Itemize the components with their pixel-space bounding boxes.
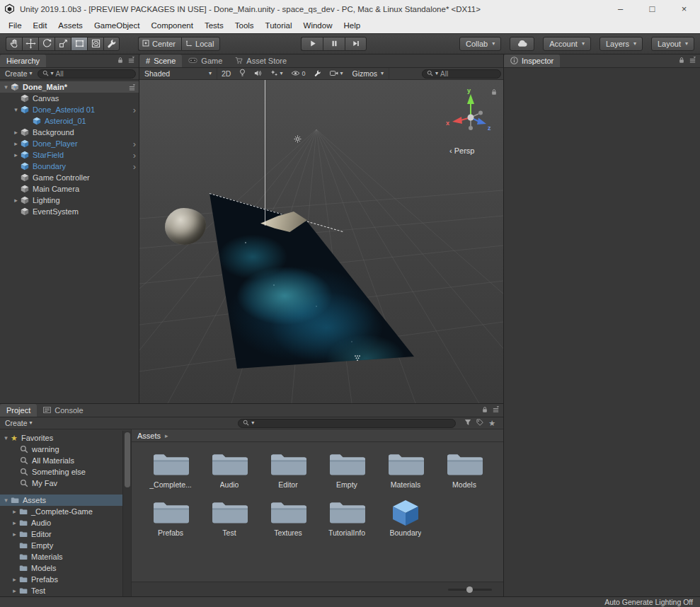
asset-prefab[interactable]: Boundary <box>381 499 430 537</box>
menu-tutorial[interactable]: Tutorial <box>260 18 298 33</box>
prefab-open-chevron[interactable]: › <box>133 105 136 115</box>
hierarchy-item-eventsystem[interactable]: EventSystem <box>0 206 139 217</box>
favorites-root[interactable]: ▾ ★ Favorites <box>0 432 131 444</box>
effects-dropdown[interactable]: ▾ <box>266 68 287 79</box>
hierarchy-item-boundary[interactable]: Boundary › <box>0 161 139 172</box>
pause-button[interactable] <box>323 37 345 51</box>
scene-visibility-toggle[interactable]: 0 <box>287 68 309 79</box>
slider-thumb[interactable] <box>466 586 473 593</box>
asset-folder[interactable]: Test <box>205 499 254 537</box>
tab-inspector[interactable]: Inspector <box>504 54 560 67</box>
expander-expanded-icon[interactable]: ▾ <box>1 495 11 506</box>
scene-lighting-toggle[interactable] <box>235 68 250 79</box>
expander-expanded-icon[interactable]: ▾ <box>11 104 21 115</box>
menu-component[interactable]: Component <box>145 18 198 33</box>
expander-expanded-icon[interactable]: ▾ <box>1 81 11 93</box>
menu-tools[interactable]: Tools <box>229 18 260 33</box>
lock-icon[interactable] <box>678 57 685 65</box>
rect-tool-button[interactable] <box>71 37 87 51</box>
pivot-toggle-button[interactable]: Center <box>138 37 181 51</box>
x-axis-cone[interactable] <box>452 117 462 124</box>
move-tool-button[interactable] <box>22 37 38 51</box>
scene-search-input[interactable]: ▾ All <box>422 69 501 79</box>
hierarchy-item-canvas[interactable]: Canvas <box>0 93 139 104</box>
tree-folder[interactable]: ▸ Editor <box>0 528 131 540</box>
pane-menu-icon[interactable] <box>127 56 135 65</box>
layers-dropdown[interactable]: Layers ▾ <box>599 37 643 51</box>
asset-folder[interactable]: Prefabs <box>146 499 195 537</box>
expander-collapsed-icon[interactable]: ▸ <box>10 506 19 517</box>
tab-scene[interactable]: # Scene <box>139 54 182 67</box>
save-search-star-icon[interactable]: ★ <box>488 420 495 427</box>
favorite-search-item[interactable]: My Fav <box>0 478 131 489</box>
tree-folder[interactable]: Materials <box>0 551 131 562</box>
scene-audio-toggle[interactable] <box>250 68 266 79</box>
rotation-toggle-button[interactable]: Local <box>181 37 220 51</box>
lock-icon[interactable] <box>481 406 488 415</box>
asset-folder[interactable]: Audio <box>205 451 254 489</box>
layout-dropdown[interactable]: Layout ▾ <box>651 37 694 51</box>
tab-asset-store[interactable]: Asset Store <box>229 54 293 67</box>
menu-file[interactable]: File <box>3 18 28 33</box>
tab-project[interactable]: Project <box>0 404 37 417</box>
gizmos-dropdown[interactable]: Gizmos ▾ <box>347 68 389 79</box>
asset-folder[interactable]: TutorialInfo <box>322 499 372 537</box>
lock-icon[interactable] <box>117 57 124 65</box>
asset-folder[interactable]: Empty <box>322 451 372 489</box>
tree-folder[interactable]: ▸ Prefabs <box>0 574 131 585</box>
tree-scrollbar[interactable] <box>122 431 131 596</box>
project-create-button[interactable]: Create ▾ <box>3 419 35 427</box>
expander-collapsed-icon[interactable]: ▸ <box>11 149 21 161</box>
hierarchy-scene-row[interactable]: ▾ Done_Main* <box>0 81 139 93</box>
menu-tests[interactable]: Tests <box>199 18 229 33</box>
scene-menu-icon[interactable] <box>128 83 136 91</box>
light-gizmo-icon[interactable] <box>294 135 302 143</box>
favorite-search-item[interactable]: warning <box>0 444 131 455</box>
expander-collapsed-icon[interactable]: ▸ <box>11 138 21 149</box>
menu-window[interactable]: Window <box>298 18 338 33</box>
lock-icon[interactable] <box>490 88 498 96</box>
collab-dropdown[interactable]: Collab ▾ <box>459 37 501 51</box>
expander-collapsed-icon[interactable]: ▸ <box>11 127 21 138</box>
tree-folder[interactable]: Models <box>0 562 131 574</box>
menu-edit[interactable]: Edit <box>28 18 53 33</box>
assets-root[interactable]: ▾ Assets <box>0 495 131 506</box>
minimize-button[interactable]: – <box>604 0 636 18</box>
custom-tool-button[interactable] <box>103 37 120 51</box>
scrollbar-thumb[interactable] <box>125 432 130 487</box>
account-dropdown[interactable]: Account ▾ <box>543 37 591 51</box>
hierarchy-item-done-asteroid[interactable]: ▾ Done_Asteroid 01 › <box>0 104 139 115</box>
hierarchy-item-asteroid-01[interactable]: Asteroid_01 <box>0 115 139 127</box>
hierarchy-item-main-camera[interactable]: Main Camera <box>0 183 139 195</box>
expander-collapsed-icon[interactable]: ▸ <box>10 528 19 540</box>
component-tools-button[interactable] <box>309 68 326 79</box>
2d-toggle-button[interactable]: 2D <box>217 68 235 79</box>
menu-gameobject[interactable]: GameObject <box>88 18 146 33</box>
favorite-search-item[interactable]: Something else <box>0 466 131 478</box>
cloud-button[interactable] <box>510 37 534 51</box>
expander-collapsed-icon[interactable]: ▸ <box>10 574 19 585</box>
hierarchy-item-background[interactable]: ▸ Background <box>0 127 139 138</box>
asset-folder[interactable]: Textures <box>263 499 313 537</box>
prefab-open-chevron[interactable]: › <box>133 139 136 149</box>
transform-tool-button[interactable] <box>87 37 103 51</box>
prefab-open-chevron[interactable]: › <box>133 151 136 160</box>
pane-menu-icon[interactable] <box>689 56 696 65</box>
tab-game[interactable]: Game <box>182 54 229 67</box>
gizmo-center-sphere[interactable] <box>468 115 474 121</box>
tree-folder[interactable]: ▸ _Complete-Game <box>0 506 131 517</box>
projection-toggle[interactable]: ‹ Persp <box>449 146 474 155</box>
expander-expanded-icon[interactable]: ▾ <box>1 432 11 444</box>
tree-folder[interactable]: ▸ Audio <box>0 517 131 528</box>
favorite-search-item[interactable]: All Materials <box>0 455 131 466</box>
prefab-open-chevron[interactable]: › <box>133 162 136 171</box>
hierarchy-item-done-player[interactable]: ▸ Done_Player › <box>0 138 139 149</box>
hierarchy-item-starfield[interactable]: ▸ StarField › <box>0 149 139 161</box>
menu-assets[interactable]: Assets <box>52 18 88 33</box>
y-axis-cone[interactable] <box>467 94 474 104</box>
filter-by-type-icon[interactable] <box>464 419 471 427</box>
hierarchy-item-game-controller[interactable]: Game Controller <box>0 172 139 183</box>
step-button[interactable] <box>345 37 367 51</box>
expander-collapsed-icon[interactable]: ▸ <box>10 585 19 596</box>
tree-folder[interactable]: ▸ Test <box>0 585 131 596</box>
